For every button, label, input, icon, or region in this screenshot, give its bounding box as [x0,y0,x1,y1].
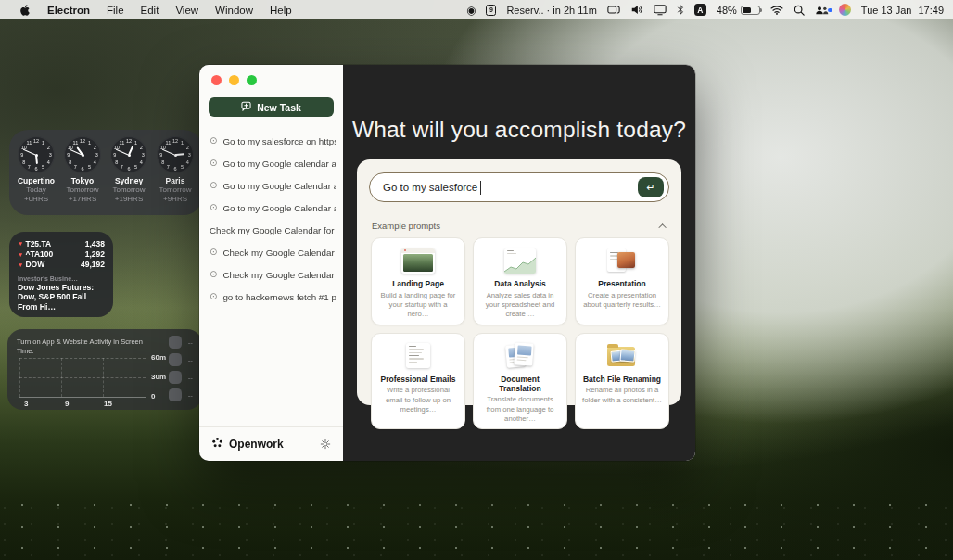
clock-offset-label: +0HRS [24,195,48,204]
analog-clock-face: 123456789101112 [157,136,194,173]
calendar-icon[interactable]: 9 [486,5,496,16]
task-list-item[interactable]: ⊙go to hackernews fetch #1 po… [199,286,343,308]
card-professional-emails[interactable]: Professional Emails Write a professional… [371,333,465,430]
presentation-thumbnail [607,246,637,275]
stock-quote-row: ▼ ^TA100 1,292 [18,249,105,260]
clock-offset-label: +19HRS [115,195,143,204]
card-presentation[interactable]: Presentation Create a presentation about… [575,237,669,325]
stock-value: 1,438 [85,239,105,249]
menu-item-help[interactable]: Help [261,5,300,16]
down-arrow-icon: ▼ [18,251,23,260]
analog-clock-face: 123456789101112 [110,136,147,173]
main-panel: What will you accomplish today? Go to my… [343,65,695,461]
battery-status[interactable]: 48% [717,5,760,16]
chevron-up-icon[interactable] [658,223,666,231]
examples-label: Example prompts [372,221,440,231]
card-data-analysis[interactable]: Data Analysis Analyze sales data in your… [473,237,567,325]
data-analysis-thumbnail [504,246,536,275]
date-label: Tue 13 Jan [861,5,912,16]
submit-task-button[interactable]: ↵ [638,177,664,197]
clock-city-label: Paris [166,176,185,185]
openwork-app-window: New Task ⊙Go to my salesforce on https… … [199,65,695,461]
new-task-button[interactable]: New Task [209,97,334,117]
card-landing-page[interactable]: Landing Page Build a landing page for yo… [371,237,465,325]
task-list-item[interactable]: Check my Google Calendar for t… [199,219,343,241]
task-status-icon: ⊙ [210,248,217,257]
example-prompt-cards: Landing Page Build a landing page for yo… [371,237,669,401]
menu-item-window[interactable]: Window [207,5,261,16]
card-batch-file-renaming[interactable]: Batch File Renaming Rename all photos in… [575,333,669,430]
world-clock-widget[interactable]: 123456789101112 Cupertino Today +0HRS 12… [9,130,202,215]
sidebar-footer: Openwork [199,426,343,461]
task-input[interactable]: Go to my salesforce ↵ [369,172,669,202]
task-list-item[interactable]: ⊙Go to my Google Calendar an… [199,174,343,197]
x-axis-label: 9 [65,400,69,408]
x-axis-label: 3 [24,400,28,408]
news-source-label: Investor's Busine… [18,275,105,282]
examples-header: Example prompts [372,221,667,231]
assistant-swirl-icon[interactable] [839,4,851,16]
clock-offset-label: +17HRS [69,195,96,204]
task-list-item[interactable]: ⊙Go to my salesforce on https… [199,130,343,152]
task-list-item[interactable]: ⊙Go to my Google calendar an… [199,152,343,174]
keyboard-layout-icon[interactable]: A [694,4,706,16]
settings-gear-icon[interactable] [320,439,331,450]
clock-tokyo: 123456789101112 Tokyo Tomorrow +17HRS [59,136,106,215]
stage-manager-icon[interactable] [607,4,620,16]
task-list-item[interactable]: ⊙Check my Google Calendar f… [199,241,343,263]
menu-bar: Electron File Edit View Window Help ◉ 9 … [0,0,953,19]
stock-symbol: DOW [25,260,44,270]
x-axis-label: 15 [104,400,112,408]
analog-clock-face: 123456789101112 [64,136,101,173]
users-icon[interactable] [815,5,829,16]
batch-file-renaming-thumbnail [606,341,638,371]
down-arrow-icon: ▼ [18,240,23,248]
zoom-window-button[interactable] [247,75,257,85]
wifi-icon[interactable] [770,5,783,15]
clock-paris: 123456789101112 Paris Tomorrow +9HRS [152,136,198,215]
app-usage-value: -- [188,391,193,400]
menu-item-edit[interactable]: Edit [133,5,168,16]
close-window-button[interactable] [211,75,222,85]
stock-symbol: ^TA100 [25,249,53,260]
clock-day-label: Tomorrow [66,185,98,195]
clock-city-label: Tokyo [71,176,94,185]
minimize-window-button[interactable] [229,75,239,85]
card-document-translation[interactable]: Document Translation Translate documents… [473,333,567,430]
analog-clock-face: 123456789101112 [18,136,55,173]
y-axis-label: 30m [151,373,166,381]
landing-page-thumbnail [401,246,435,275]
stocks-widget[interactable]: ▼ T25.TA 1,438 ▼ ^TA100 1,292 ▼ DOW 49,1… [9,232,113,317]
apple-menu-icon[interactable] [11,4,39,17]
battery-icon [741,6,760,15]
professional-emails-thumbnail [406,341,430,371]
new-task-label: New Task [257,102,301,113]
menu-item-view[interactable]: View [167,5,207,16]
bluetooth-icon[interactable] [677,4,684,16]
clock-sydney: 123456789101112 Sydney Tomorrow +19HRS [106,136,152,215]
stock-value: 49,192 [81,260,105,270]
clock-city-label: Cupertino [18,176,55,185]
sidebar: New Task ⊙Go to my salesforce on https… … [199,65,343,461]
record-icon[interactable]: ◉ [466,5,476,16]
spotlight-search-icon[interactable] [794,5,805,16]
menu-item-file[interactable]: File [98,5,133,16]
task-list-item[interactable]: ⊙Go to my Google Calendar an… [199,197,343,219]
app-placeholder-icon [169,388,182,401]
task-list-item[interactable]: ⊙Check my Google Calendar f… [199,263,343,286]
menu-clock[interactable]: Tue 13 Jan 17:49 [861,5,944,16]
document-translation-thumbnail [506,341,534,371]
prompt-panel: Go to my salesforce ↵ Example prompts La… [357,159,681,405]
y-axis-label: 60m [151,353,166,362]
menu-app-name[interactable]: Electron [39,5,98,16]
down-arrow-icon: ▼ [18,261,23,270]
stock-quote-row: ▼ T25.TA 1,438 [18,239,105,249]
screen-time-widget[interactable]: Turn on App & Website Activity in Screen… [7,329,202,410]
volume-icon[interactable] [630,4,643,16]
reservation-status[interactable]: Reserv.. · in 2h 11m [506,5,596,16]
stock-value: 1,292 [85,249,105,260]
y-axis-label: 0 [151,392,155,401]
clock-offset-label: +9HRS [163,195,187,204]
display-icon[interactable] [654,4,667,16]
screen-time-message: Turn on App & Website Activity in Screen… [17,337,156,356]
